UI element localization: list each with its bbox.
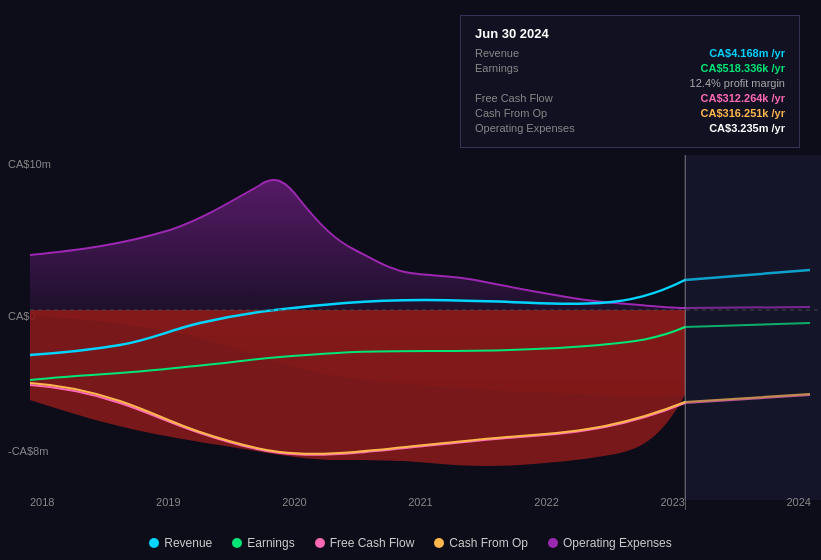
tooltip-row-opex: Operating Expenses CA$3.235m /yr	[475, 122, 785, 134]
tooltip-value-cashfromop: CA$316.251k /yr	[701, 107, 785, 119]
legend-item-opex[interactable]: Operating Expenses	[548, 536, 672, 550]
tooltip-row-fcf: Free Cash Flow CA$312.264k /yr	[475, 92, 785, 104]
legend-dot-cashfromop	[434, 538, 444, 548]
tooltip-row-earnings: Earnings CA$518.336k /yr	[475, 62, 785, 74]
chart-legend: Revenue Earnings Free Cash Flow Cash Fro…	[0, 536, 821, 550]
x-label-2023: 2023	[660, 496, 684, 508]
tooltip-label-opex: Operating Expenses	[475, 122, 575, 134]
tooltip-label-revenue: Revenue	[475, 47, 519, 59]
legend-item-revenue[interactable]: Revenue	[149, 536, 212, 550]
legend-label-opex: Operating Expenses	[563, 536, 672, 550]
legend-dot-earnings	[232, 538, 242, 548]
legend-label-revenue: Revenue	[164, 536, 212, 550]
tooltip-label-cashfromop: Cash From Op	[475, 107, 547, 119]
x-label-2020: 2020	[282, 496, 306, 508]
tooltip-row-revenue: Revenue CA$4.168m /yr	[475, 47, 785, 59]
x-label-2024: 2024	[786, 496, 810, 508]
svg-rect-1	[685, 155, 821, 500]
tooltip-value-opex: CA$3.235m /yr	[709, 122, 785, 134]
chart-svg	[0, 155, 821, 500]
legend-dot-fcf	[315, 538, 325, 548]
legend-item-earnings[interactable]: Earnings	[232, 536, 294, 550]
legend-item-cashfromop[interactable]: Cash From Op	[434, 536, 528, 550]
tooltip-value-fcf: CA$312.264k /yr	[701, 92, 785, 104]
x-axis-labels: 2018 2019 2020 2021 2022 2023 2024	[30, 496, 811, 508]
x-label-2021: 2021	[408, 496, 432, 508]
x-label-2018: 2018	[30, 496, 54, 508]
tooltip-label-earnings: Earnings	[475, 62, 518, 74]
x-label-2019: 2019	[156, 496, 180, 508]
legend-label-earnings: Earnings	[247, 536, 294, 550]
tooltip-date: Jun 30 2024	[475, 26, 785, 41]
legend-label-cashfromop: Cash From Op	[449, 536, 528, 550]
legend-dot-opex	[548, 538, 558, 548]
tooltip-profit-margin: 12.4% profit margin	[475, 77, 785, 89]
legend-label-fcf: Free Cash Flow	[330, 536, 415, 550]
legend-item-fcf[interactable]: Free Cash Flow	[315, 536, 415, 550]
tooltip-label-fcf: Free Cash Flow	[475, 92, 553, 104]
tooltip-panel: Jun 30 2024 Revenue CA$4.168m /yr Earnin…	[460, 15, 800, 148]
legend-dot-revenue	[149, 538, 159, 548]
x-label-2022: 2022	[534, 496, 558, 508]
tooltip-value-revenue: CA$4.168m /yr	[709, 47, 785, 59]
tooltip-value-earnings: CA$518.336k /yr	[701, 62, 785, 74]
tooltip-row-cashfromop: Cash From Op CA$316.251k /yr	[475, 107, 785, 119]
